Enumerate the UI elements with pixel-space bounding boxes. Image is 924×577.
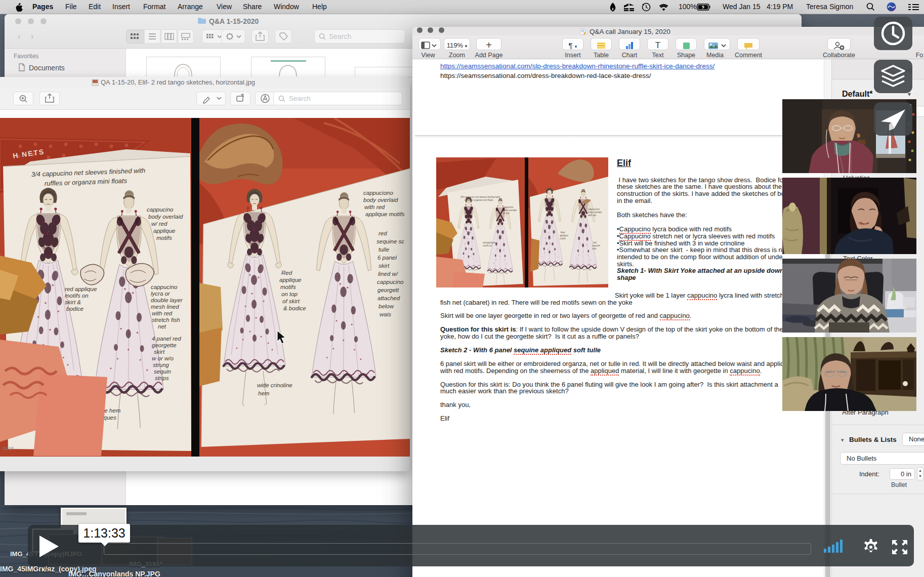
svg-text:strung: strung: [153, 362, 170, 368]
svg-text:wide crinoline: wide crinoline: [257, 382, 292, 388]
svg-text:lycra or: lycra or: [151, 291, 171, 297]
svg-text:with red: with red: [152, 310, 173, 316]
svg-text:cappucino: cappucino: [377, 279, 404, 285]
svg-text:applique motifs: applique motifs: [365, 211, 405, 217]
svg-text:& bodice: & bodice: [283, 305, 306, 311]
svg-text:cappuciono: cappuciono: [363, 190, 393, 196]
svg-text:motifs: motifs: [280, 284, 296, 290]
svg-text:double layer: double layer: [151, 297, 183, 303]
svg-text:w or w/o: w or w/o: [152, 355, 174, 361]
svg-text:ruffles or organza mini floats: ruffles or organza mini floats: [465, 199, 493, 201]
svg-text:3/4 cappucino net sleeves fini: 3/4 cappucino net sleeves finished with: [460, 196, 500, 198]
svg-text:4 panel red: 4 panel red: [152, 336, 181, 342]
svg-text:body overlaid: body overlaid: [148, 214, 183, 220]
svg-text:bodice: bodice: [66, 306, 83, 312]
svg-text:Red: Red: [281, 270, 292, 276]
svg-text:below: below: [379, 303, 394, 309]
svg-text:with red: with red: [588, 214, 596, 217]
svg-text:motifs: motifs: [156, 235, 172, 241]
svg-text:cappucino: cappucino: [147, 207, 174, 213]
svg-text:sequine sc: sequine sc: [376, 238, 404, 244]
svg-text:applique: applique: [560, 234, 569, 237]
svg-text:georgette: georgette: [152, 342, 177, 348]
svg-text:red applique: red applique: [483, 241, 495, 244]
svg-text:net: net: [158, 323, 166, 329]
svg-text:w/ red: w/ red: [503, 212, 510, 215]
svg-text:lined w/: lined w/: [378, 271, 399, 277]
svg-text:mesh lined: mesh lined: [151, 304, 179, 310]
svg-text:wais: wais: [380, 311, 391, 317]
svg-text:red: red: [379, 230, 387, 236]
svg-text:body overlaid: body overlaid: [363, 197, 398, 203]
svg-text:tulle: tulle: [379, 246, 389, 253]
svg-text:sequin: sequin: [154, 368, 171, 375]
svg-text:of skirt: of skirt: [282, 298, 300, 304]
svg-text:hem: hem: [258, 390, 270, 396]
svg-text:motifs on: motifs on: [65, 293, 89, 299]
svg-text:on top: on top: [281, 291, 298, 297]
svg-text:stretch fish: stretch fish: [152, 317, 180, 323]
svg-text:6 panel: 6 panel: [377, 255, 397, 261]
svg-text:tulle: tulle: [592, 248, 597, 250]
svg-text:Red: Red: [561, 231, 565, 234]
svg-text:applique: applique: [279, 277, 301, 283]
svg-text:applique: applique: [153, 228, 175, 234]
svg-text:body overlaid: body overlaid: [503, 209, 517, 212]
svg-text:skirt: skirt: [379, 263, 390, 269]
svg-text:body overlaid: body overlaid: [588, 211, 602, 214]
svg-text:with red: with red: [364, 204, 385, 210]
svg-text:motifs: motifs: [560, 237, 566, 240]
svg-text:strips: strips: [155, 375, 169, 381]
svg-text:red: red: [593, 241, 597, 244]
svg-text:motifs on: motifs on: [483, 244, 492, 247]
svg-text:skirt &: skirt &: [65, 299, 81, 305]
svg-text:attached: attached: [377, 295, 400, 301]
svg-text:georgett: georgett: [377, 287, 399, 293]
svg-text:sequine: sequine: [592, 244, 600, 247]
svg-text:cappucino: cappucino: [503, 206, 514, 209]
svg-text:skirt: skirt: [154, 349, 165, 355]
svg-text:red applique: red applique: [65, 286, 97, 292]
svg-text:cappuciono: cappuciono: [588, 208, 600, 211]
svg-text:cappucino: cappucino: [151, 284, 178, 290]
svg-text:w/ red: w/ red: [151, 221, 167, 227]
svg-text:/2018: /2018: [2, 446, 14, 451]
